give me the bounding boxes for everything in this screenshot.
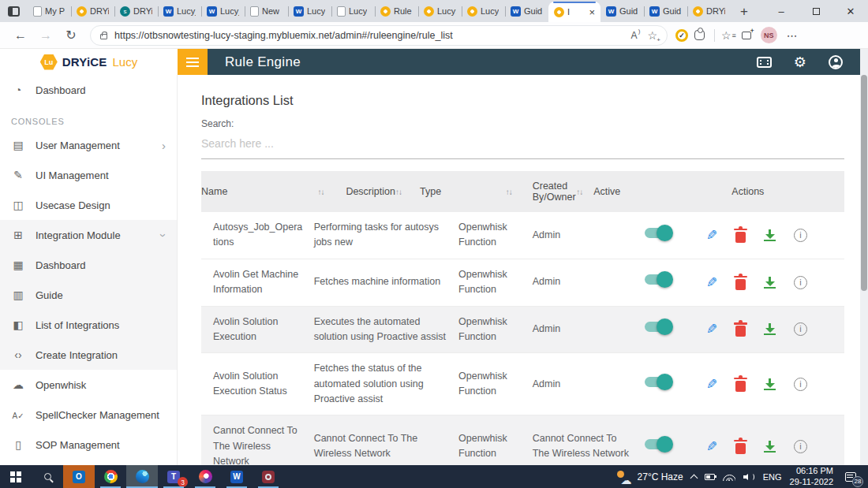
delete-icon[interactable] (735, 279, 746, 290)
taskbar-outlook-button[interactable] (63, 465, 95, 488)
edit-icon[interactable] (706, 229, 717, 242)
sidebar-item[interactable]: Usecase Design (0, 190, 177, 220)
delete-icon[interactable] (735, 381, 746, 392)
settings-gear-icon[interactable]: ⚙ (794, 55, 806, 69)
table-column-header[interactable]: Type (420, 186, 533, 197)
sidebar-item[interactable]: Openwhisk (0, 370, 177, 400)
active-toggle[interactable] (645, 322, 671, 332)
browser-tab[interactable]: DRYi (687, 0, 731, 22)
browser-tab[interactable]: Lucy: (418, 0, 462, 22)
sidebar-item[interactable]: Integration Module › (0, 220, 177, 250)
start-button[interactable] (0, 465, 32, 488)
address-bar[interactable]: https://otbsnowtesting-lucy-staging.mybl… (90, 25, 668, 46)
browser-tab[interactable]: Lucy_ (158, 0, 201, 22)
extensions-icon[interactable] (694, 30, 705, 40)
taskbar-chrome-button[interactable] (95, 465, 126, 488)
taskbar-search-button[interactable] (32, 465, 63, 488)
minimize-button[interactable]: – (764, 0, 799, 22)
browser-tab[interactable]: I × (548, 2, 600, 22)
edit-icon[interactable] (706, 378, 717, 391)
notification-center-button[interactable]: 28 (841, 469, 860, 485)
edit-icon[interactable] (706, 276, 717, 289)
edit-icon[interactable] (706, 440, 717, 453)
sidebar-item[interactable]: Create Integration (0, 340, 177, 370)
favorites-hub-icon[interactable]: ☆≡ (721, 29, 735, 42)
maximize-button[interactable] (799, 0, 833, 22)
info-icon[interactable] (794, 440, 807, 453)
download-icon[interactable] (764, 378, 776, 390)
language-indicator[interactable]: ENG (763, 472, 782, 482)
page-scrollbar[interactable] (860, 49, 868, 465)
sidebar-item[interactable]: SpellChecker Management (0, 400, 177, 430)
taskbar-edge-button[interactable] (126, 465, 158, 488)
profile-avatar[interactable]: NS (761, 27, 777, 43)
info-icon[interactable] (794, 322, 807, 336)
taskbar-capture-button[interactable] (253, 465, 284, 488)
browser-menu-icon[interactable]: ⋯ (787, 29, 799, 42)
weather-widget[interactable]: ☁ 27°C Haze (616, 471, 683, 483)
add-favorite-icon[interactable]: ☆ (647, 29, 657, 42)
browser-tab[interactable]: My P (28, 0, 71, 22)
info-icon[interactable] (794, 276, 807, 289)
sidebar-item[interactable]: List of Integrations (0, 310, 177, 340)
tab-actions-menu-icon[interactable] (8, 6, 20, 17)
tab-close-icon[interactable]: × (589, 7, 595, 17)
info-icon[interactable] (794, 229, 807, 242)
read-aloud-icon[interactable]: A (630, 30, 640, 41)
taskbar-teams-button[interactable]: 3 (158, 465, 189, 488)
active-toggle[interactable] (645, 377, 671, 387)
hidden-icons-chevron[interactable] (690, 474, 698, 482)
sort-icon[interactable] (317, 188, 324, 196)
refresh-icon[interactable]: ↻ (60, 28, 82, 43)
delete-icon[interactable] (735, 326, 746, 337)
sidebar-item[interactable]: User Management › (0, 130, 177, 160)
taskbar-word-button[interactable] (221, 465, 253, 488)
account-icon[interactable] (829, 55, 843, 69)
browser-tab[interactable]: Guid (505, 0, 548, 22)
browser-tab[interactable]: Lucy (462, 0, 505, 22)
download-icon[interactable] (764, 229, 776, 241)
browser-tab[interactable]: Rule (375, 0, 418, 22)
close-button[interactable]: ✕ (833, 0, 868, 22)
table-column-header[interactable]: Active (593, 186, 731, 197)
active-toggle[interactable] (645, 439, 671, 449)
volume-icon[interactable] (743, 472, 755, 482)
clock[interactable]: 06:16 PM 29-11-2022 (790, 466, 833, 488)
download-icon[interactable] (764, 277, 776, 289)
search-input[interactable] (201, 131, 844, 159)
collections-icon[interactable] (742, 32, 751, 39)
info-icon[interactable] (794, 378, 807, 391)
taskbar-paint3d-button[interactable] (189, 465, 221, 488)
table-column-header[interactable]: Description (346, 186, 420, 197)
table-column-header[interactable]: Created By/Owner (533, 181, 593, 203)
sidebar-toggle-button[interactable] (178, 49, 208, 75)
fullscreen-icon[interactable] (757, 57, 772, 68)
browser-tab[interactable]: Lucy (331, 0, 375, 22)
wifi-icon[interactable] (723, 472, 735, 481)
forward-icon[interactable]: → (35, 28, 57, 43)
active-toggle[interactable] (645, 274, 671, 285)
sidebar-item[interactable]: Dashboard (0, 75, 177, 105)
back-icon[interactable]: ← (9, 28, 32, 43)
sort-icon[interactable] (506, 188, 512, 196)
active-toggle[interactable] (645, 228, 671, 238)
sort-icon[interactable] (395, 188, 402, 196)
browser-tab[interactable]: DRYi (71, 0, 114, 22)
browser-tab[interactable]: Guid (600, 0, 644, 22)
table-column-header[interactable]: Actions (731, 186, 764, 197)
delete-icon[interactable] (735, 232, 746, 243)
url-text[interactable]: https://otbsnowtesting-lucy-staging.mybl… (114, 30, 623, 41)
browser-tab[interactable]: Lucy (288, 0, 331, 22)
sidebar-item[interactable]: Dashboard (0, 250, 177, 280)
sidebar-item[interactable]: UI Management (0, 160, 177, 190)
sort-icon[interactable] (576, 188, 582, 196)
browser-tab[interactable]: Guid (644, 0, 687, 22)
download-icon[interactable] (764, 323, 776, 335)
browser-tab[interactable]: New (245, 0, 288, 22)
browser-tab[interactable]: Lucy_ (201, 0, 245, 22)
delete-icon[interactable] (735, 443, 746, 454)
sidebar-item[interactable]: Guide (0, 280, 177, 310)
mcafee-extension-icon[interactable] (675, 29, 688, 42)
table-column-header[interactable]: Name (201, 186, 346, 197)
scrollbar-thumb[interactable] (861, 75, 867, 291)
